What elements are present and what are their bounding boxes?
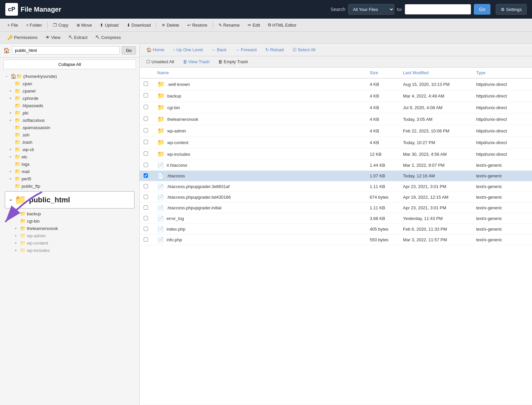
table-row[interactable]: 📁 thelearnersnook 4 KB Today, 3:05 AM ht… [140, 113, 532, 125]
tree-item-logs[interactable]: 📁 logs [0, 160, 139, 168]
search-scope-select[interactable]: All Your Files File Names Only File Cont… [348, 4, 394, 15]
tree-item-wp-admin[interactable]: + 📁 wp-admin [0, 232, 139, 239]
tree-item-perl5[interactable]: + 📁 perl5 [0, 175, 139, 182]
path-input[interactable] [12, 46, 120, 55]
col-modified-header[interactable]: Last Modified [399, 68, 472, 78]
html-editor-button[interactable]: ⧉ HTML Editor [265, 21, 300, 29]
tree-item-cgi-bin[interactable]: 📁 cgi-bin [0, 217, 139, 225]
tree-item-trash[interactable]: 📁 .trash [0, 138, 139, 146]
table-row[interactable]: 📄 index.php 405 bytes Feb 6, 2020, 11:33… [140, 224, 532, 235]
col-size-header[interactable]: Size [366, 68, 399, 78]
table-row[interactable]: 📄 error_log 3.68 KB Yesterday, 11:43 PM … [140, 213, 532, 224]
up-level-button[interactable]: ↑ Up One Level [170, 46, 206, 54]
new-file-button[interactable]: + File [4, 21, 21, 29]
tree-item-cphorde[interactable]: + 📁 .cphorde [0, 95, 139, 102]
row-checkbox[interactable] [144, 151, 148, 156]
toggle-wp-admin: + [15, 234, 19, 238]
tree-item-ssh[interactable]: 📁 .ssh [0, 131, 139, 138]
view-trash-button[interactable]: 🗑 View Trash [180, 58, 213, 66]
view-button[interactable]: 👁 View [42, 33, 64, 42]
table-row[interactable]: 📄 .htaccess 1.07 KB Today, 12:16 AM text… [140, 171, 532, 181]
tree-item-htpasswds[interactable]: 📁 .htpasswds [0, 102, 139, 109]
restore-button[interactable]: ↩ Restore [184, 21, 211, 29]
row-checkbox[interactable] [144, 237, 148, 242]
file-type: httpd/unix-direct [472, 125, 532, 137]
extract-button[interactable]: ⛏ Extract [65, 33, 91, 42]
tree-item-cpan[interactable]: 📁 .cpan [0, 80, 139, 87]
search-input[interactable] [405, 4, 471, 15]
tree-item-pki[interactable]: + 📁 .pki [0, 109, 139, 116]
copy-button[interactable]: ❐ Copy [50, 21, 71, 29]
file-tree: − 🏠📁 (/home4/yoursite) 📁 .cpan + 📁 .cpan… [0, 71, 139, 405]
upload-label: Upload [105, 23, 118, 28]
delete-button[interactable]: ✕ Delete [158, 21, 183, 29]
edit-icon: ✏ [248, 23, 251, 28]
tree-item-root[interactable]: − 🏠📁 (/home4/yoursite) [0, 73, 139, 80]
empty-trash-button[interactable]: 🗑 Empty Trash [215, 58, 251, 66]
delete-label: Delete [167, 23, 179, 28]
upload-button[interactable]: ⬆ Upload [96, 21, 122, 29]
table-row[interactable]: 📄 .htaccess.phpupgrader.3e8831af 1.11 KB… [140, 181, 532, 192]
reload-button[interactable]: ↻ Reload [262, 46, 287, 54]
row-checkbox[interactable] [144, 184, 148, 188]
row-checkbox[interactable] [144, 205, 148, 210]
permissions-button[interactable]: 🔑 Permissions [4, 33, 41, 42]
row-checkbox[interactable] [144, 140, 148, 144]
move-button[interactable]: ⊕ Move [73, 21, 95, 29]
row-checkbox[interactable] [144, 128, 148, 132]
forward-button[interactable]: → Forward [232, 46, 260, 54]
tree-item-spamassassin[interactable]: 📁 .spamassassin [0, 124, 139, 131]
col-name-header[interactable]: Name [153, 68, 366, 78]
tree-label-backup: backup [27, 211, 41, 216]
row-checkbox[interactable] [144, 105, 148, 109]
row-checkbox[interactable] [144, 163, 148, 167]
col-type-header[interactable]: Type [472, 68, 532, 78]
row-checkbox[interactable] [144, 227, 148, 231]
settings-button[interactable]: ⚙ Settings [496, 4, 527, 15]
table-row[interactable]: 📁 .well-known 4 KB Aug 15, 2020, 10:13 P… [140, 78, 532, 90]
table-row[interactable]: 📄 .htaccess.phpupgrader.initial 1.11 KB … [140, 203, 532, 213]
tree-item-wp-content[interactable]: + 📁 wp-content [0, 239, 139, 247]
tree-item-public-html-highlight[interactable]: − 📁 public_html [5, 191, 135, 209]
tree-item-thelearnersnook[interactable]: + 📁 thelearnersnook [0, 225, 139, 232]
table-row[interactable]: 📁 wp-includes 12 KB Mar 30, 2023, 4:56 A… [140, 148, 532, 160]
search-go-button[interactable]: Go [474, 4, 491, 15]
collapse-all-button[interactable]: Collapse All [3, 60, 136, 69]
file-size: 4 KB [366, 137, 399, 148]
unselect-all-button[interactable]: ☐ Unselect All [143, 58, 178, 66]
row-checkbox[interactable] [144, 82, 148, 86]
compress-button[interactable]: ⛏ Compress [92, 33, 124, 42]
row-checkbox[interactable] [144, 216, 148, 220]
row-checkbox[interactable] [144, 93, 148, 98]
rename-button[interactable]: ✎ Rename [215, 21, 243, 29]
tree-item-backup[interactable]: + 📁 backup [0, 210, 139, 217]
tree-item-mail[interactable]: + 📁 mail [0, 168, 139, 175]
tree-item-etc[interactable]: + 📁 etc [0, 153, 139, 160]
file-type: httpd/unix-direct [472, 148, 532, 160]
download-button[interactable]: ⬇ Download [123, 21, 154, 29]
new-folder-button[interactable]: + Folder [23, 21, 45, 29]
tree-item-wp-includes[interactable]: + 📁 wp-includes [0, 247, 139, 254]
table-row[interactable]: 📁 cgi-bin 4 KB Jul 9, 2020, 4:08 AM http… [140, 102, 532, 113]
row-checkbox[interactable] [144, 116, 148, 121]
table-row[interactable]: 📁 wp-admin 4 KB Feb 22, 2023, 10:08 PM h… [140, 125, 532, 137]
table-row[interactable]: 📄 #.htaccess 1.44 KB Mar 2, 2022, 9:07 P… [140, 160, 532, 171]
table-row[interactable]: 📄 info.php 550 bytes Mar 3, 2022, 11:57 … [140, 235, 532, 245]
path-go-button[interactable]: Go [122, 46, 136, 55]
tree-label-cphorde: .cphorde [22, 96, 39, 101]
table-row[interactable]: 📄 .htaccess.phpupgrader.bd430166 674 byt… [140, 192, 532, 203]
select-all-button[interactable]: ☑ Select All [289, 46, 319, 54]
row-checkbox[interactable] [144, 195, 148, 199]
tree-item-public-ftp[interactable]: 📁 public_ftp [0, 182, 139, 190]
path-home-icon[interactable]: 🏠 [3, 47, 10, 54]
tree-item-wpcli[interactable]: + 📁 .wp-cli [0, 146, 139, 153]
tree-item-cpanel[interactable]: + 📁 .cpanel [0, 87, 139, 95]
table-row[interactable]: 📁 wp-content 4 KB Today, 10:27 PM httpd/… [140, 137, 532, 148]
home-nav-button[interactable]: 🏠 Home [143, 46, 168, 54]
edit-button[interactable]: ✏ Edit [244, 21, 263, 29]
file-size: 4 KB [366, 125, 399, 137]
tree-item-softaculous[interactable]: + 📁 .softaculous [0, 116, 139, 124]
table-row[interactable]: 📁 backup 4 KB Mar 4, 2022, 4:49 AM httpd… [140, 90, 532, 102]
row-checkbox[interactable] [144, 173, 148, 178]
back-button[interactable]: ← Back [208, 46, 230, 54]
